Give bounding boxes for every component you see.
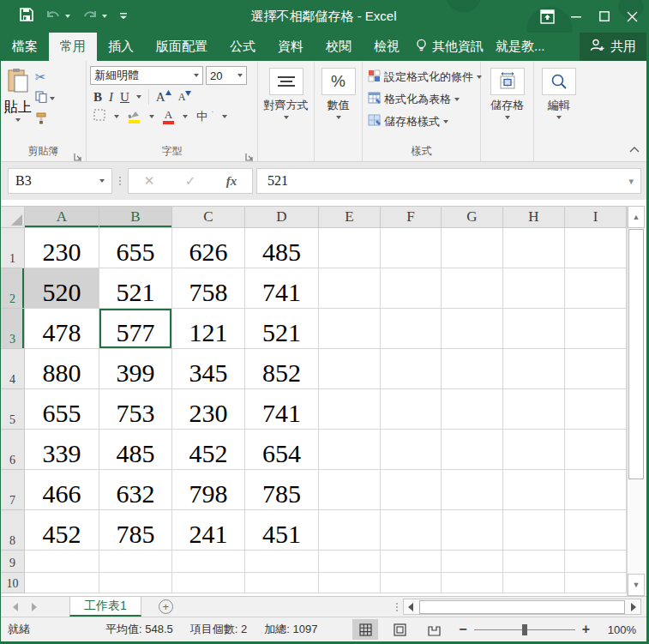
enter-formula-icon[interactable]: ✓ (185, 173, 196, 189)
cell-I6[interactable] (565, 430, 627, 470)
cell-H3[interactable] (503, 309, 565, 349)
cell-B2[interactable]: 521 (99, 268, 172, 309)
row-header-1[interactable]: 1 (1, 228, 25, 268)
cell-D2[interactable]: 741 (245, 268, 319, 309)
cell-A5[interactable]: 655 (25, 389, 99, 430)
cell-H10[interactable] (503, 573, 565, 593)
column-header-I[interactable]: I (565, 206, 627, 228)
cell-D3[interactable]: 521 (245, 309, 319, 349)
cell-I9[interactable] (565, 551, 627, 573)
expand-formula-bar-icon[interactable]: ▾ (628, 176, 634, 187)
cell-E8[interactable] (319, 510, 381, 551)
underline-button[interactable]: U (120, 90, 129, 105)
cell-E3[interactable] (319, 309, 381, 349)
editing-button[interactable]: 編輯 (538, 66, 580, 121)
cell-F7[interactable] (381, 470, 442, 510)
cell-A7[interactable]: 466 (25, 470, 99, 510)
cell-F8[interactable] (381, 510, 442, 551)
cell-E2[interactable] (319, 268, 381, 309)
column-header-B[interactable]: B (99, 206, 172, 228)
cell-C6[interactable]: 452 (172, 430, 245, 470)
cell-E4[interactable] (319, 349, 381, 389)
minimize-icon[interactable] (562, 0, 590, 33)
share-button[interactable]: 共用 (580, 33, 646, 61)
sheet-tab-worksheet1[interactable]: 工作表1 (69, 597, 141, 617)
font-size-combo[interactable]: 20 (206, 66, 247, 85)
cell-D4[interactable]: 852 (245, 349, 319, 389)
fill-color-button[interactable] (128, 111, 141, 123)
cell-I8[interactable] (565, 510, 627, 551)
cell-F5[interactable] (381, 389, 442, 430)
name-box[interactable]: B3 (8, 168, 112, 194)
grow-font-button[interactable]: A (156, 90, 171, 105)
zoom-in-icon[interactable]: + (582, 622, 590, 637)
row-header-4[interactable]: 4 (1, 349, 25, 389)
tab-formulas[interactable]: 公式 (219, 33, 267, 61)
cell-H6[interactable] (503, 430, 565, 470)
shrink-font-button[interactable]: A (178, 91, 192, 104)
cell-C8[interactable]: 241 (172, 510, 245, 551)
cell-B7[interactable]: 632 (99, 470, 172, 510)
select-all-corner[interactable] (1, 206, 25, 228)
cell-B5[interactable]: 753 (99, 389, 172, 430)
vertical-scroll-thumb[interactable] (628, 229, 644, 479)
cell-C10[interactable] (172, 573, 245, 593)
column-header-G[interactable]: G (442, 206, 503, 228)
cell-E9[interactable] (319, 551, 381, 573)
ribbon-display-options-icon[interactable] (533, 0, 562, 33)
formula-input[interactable]: 521 ▾ (256, 168, 641, 194)
column-header-D[interactable]: D (245, 206, 319, 228)
cell-A3[interactable]: 478 (25, 309, 99, 349)
scroll-right-icon[interactable] (627, 603, 640, 611)
tab-home[interactable]: 常用 (49, 33, 97, 61)
row-header-7[interactable]: 7 (1, 470, 25, 510)
row-header-3[interactable]: 3 (1, 309, 25, 349)
font-color-dropdown-icon[interactable] (183, 115, 188, 118)
cell-G9[interactable] (442, 551, 503, 573)
previous-sheet-icon[interactable] (13, 603, 18, 611)
cell-G1[interactable] (442, 228, 503, 268)
cell-B8[interactable]: 785 (99, 510, 172, 551)
horizontal-scroll-thumb[interactable] (419, 600, 625, 614)
cell-C4[interactable]: 345 (172, 349, 245, 389)
maximize-icon[interactable] (590, 0, 618, 33)
zoom-level[interactable]: 100% (598, 623, 636, 636)
cell-H1[interactable] (503, 228, 565, 268)
cell-H8[interactable] (503, 510, 565, 551)
cell-A8[interactable]: 452 (25, 510, 99, 551)
cancel-formula-icon[interactable]: ✕ (144, 173, 155, 189)
tab-view[interactable]: 檢視 (363, 33, 411, 61)
redo-dropdown-icon[interactable] (102, 15, 107, 18)
cell-D5[interactable]: 741 (245, 389, 319, 430)
cell-B1[interactable]: 655 (99, 228, 172, 268)
redo-icon[interactable] (82, 9, 98, 24)
cell-B6[interactable]: 485 (99, 430, 172, 470)
zoom-out-icon[interactable]: − (459, 622, 466, 637)
cell-D6[interactable]: 654 (245, 430, 319, 470)
cell-H9[interactable] (503, 551, 565, 573)
next-sheet-icon[interactable] (32, 603, 37, 611)
column-header-H[interactable]: H (503, 206, 565, 228)
row-header-10[interactable]: 10 (1, 573, 25, 593)
column-header-A[interactable]: A (25, 206, 99, 228)
close-icon[interactable] (618, 0, 646, 33)
cell-I4[interactable] (565, 349, 627, 389)
cell-A9[interactable] (25, 551, 99, 573)
row-header-9[interactable]: 9 (1, 551, 25, 573)
borders-button[interactable] (93, 109, 105, 124)
column-header-C[interactable]: C (172, 206, 245, 228)
cell-C9[interactable] (172, 551, 245, 573)
cell-I1[interactable] (565, 228, 627, 268)
horizontal-scrollbar[interactable] (403, 599, 641, 615)
cell-B9[interactable] (99, 551, 172, 573)
cell-E7[interactable] (319, 470, 381, 510)
row-header-6[interactable]: 6 (1, 430, 25, 470)
cell-G8[interactable] (442, 510, 503, 551)
cell-C3[interactable]: 121 (172, 309, 245, 349)
cut-icon[interactable]: ✂ (35, 69, 46, 85)
page-layout-view-icon[interactable] (387, 619, 412, 640)
scroll-left-icon[interactable] (404, 603, 418, 611)
cell-B4[interactable]: 399 (99, 349, 172, 389)
italic-button[interactable]: I (109, 90, 113, 105)
column-header-E[interactable]: E (319, 206, 381, 228)
